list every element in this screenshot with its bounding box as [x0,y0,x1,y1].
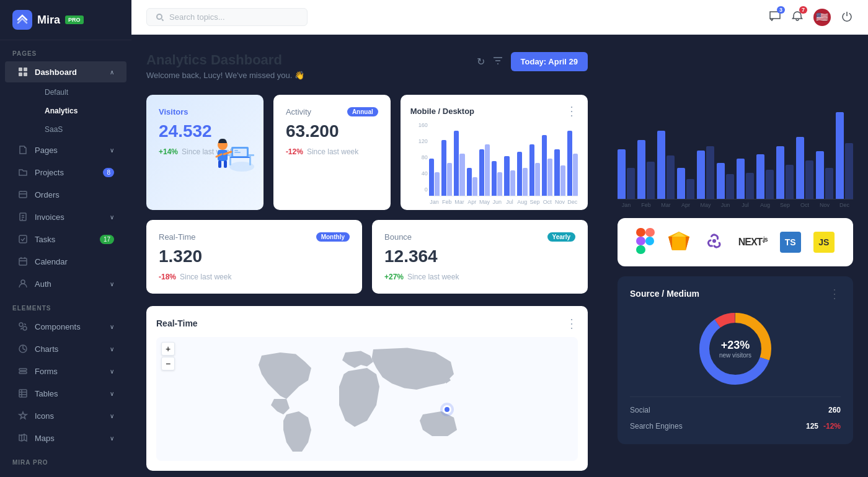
topbar: Search topics... 3 7 🇺🇸 [131,0,868,35]
tables-icon [17,388,29,399]
visitors-illustration [208,129,257,175]
activity-label: Activity [286,107,311,116]
bar [523,168,528,196]
pages-label: Pages [35,146,58,155]
source-item-social: Social 260 [630,402,841,418]
sidebar-item-tables[interactable]: Tables ∨ [5,383,126,404]
visitors-label: Visitors [159,107,251,116]
map-controls: + − [161,342,175,370]
activity-since: Since last week [307,147,358,156]
split-content: Analytics Dashboard Welcome back, Lucy! … [131,35,868,477]
search-bar[interactable]: Search topics... [146,8,308,26]
chart-wrapper: 160 120 80 40 0 [410,122,578,205]
svg-rect-6 [19,235,27,243]
realtime-label: Real-Time [159,232,195,242]
svg-rect-3 [24,72,27,76]
chat-button[interactable]: 3 [769,10,781,25]
source-search-label: Search Engines [630,422,683,431]
sidebar-item-default[interactable]: Default [32,83,126,102]
chart-more-icon[interactable]: ⋮ [565,105,578,117]
sidebar-item-icons[interactable]: Icons ∨ [5,405,126,426]
mobile-desktop-card: Mobile / Desktop ⋮ 160 120 80 40 0 [401,95,588,210]
sidebar-item-components[interactable]: Components ∨ [5,316,126,337]
invoices-chevron: ∨ [110,214,114,221]
filter-icon[interactable] [492,55,503,69]
auth-icon [17,278,29,289]
invoices-icon [17,211,29,222]
sidebar-item-analytics[interactable]: Analytics [32,102,126,120]
sidebar-item-charts[interactable]: Charts ∨ [5,338,126,359]
bar [554,149,559,196]
realtime-change: -18% [159,273,176,281]
tasks-icon [17,234,29,245]
svg-point-40 [712,239,716,243]
world-map-svg [156,337,578,461]
source-search-value: 125 [806,422,818,431]
tables-chevron: ∨ [110,390,114,397]
sidebar-item-calendar[interactable]: Calendar [5,251,126,272]
source-medium-card: Source / Medium ⋮ [618,276,853,444]
power-button[interactable] [841,10,853,25]
calendar-icon [17,256,29,267]
x-axis: Jan Feb Mar Apr May Jun Jul Aug Sep Oct [429,199,578,205]
bounce-change: +27% [384,273,404,281]
section-label-pages: PAGES [0,40,131,61]
realtime-card: Real-Time Monthly 1.320 -18% Since last … [146,220,362,294]
source-more-icon[interactable]: ⋮ [828,286,841,301]
right-panel: Jan Feb Mar Apr May Jun Jul Aug Sep Oct … [603,35,868,477]
bar [573,154,578,196]
sidebar-item-auth[interactable]: Auth ∨ [5,273,126,294]
pro-badge: PRO [65,15,84,24]
bell-button[interactable]: 7 [791,10,804,25]
map-container: + − [156,337,578,461]
search-placeholder: Search topics... [169,12,225,22]
tech-logos-card: NEXT.js TS JS [618,218,853,266]
tasks-badge: 17 [100,235,114,244]
source-search-right: 125 -12% [806,422,841,431]
map-title: Real-Time [156,318,198,328]
orders-label: Orders [35,190,60,199]
section-label-elements: ELEMENTS [0,295,131,315]
activity-header: Activity Annual [286,107,378,116]
map-more-icon[interactable]: ⋮ [565,316,578,331]
map-zoom-out[interactable]: − [161,357,175,370]
sidebar-item-projects[interactable]: Projects 8 [5,162,126,183]
pages-icon [17,144,29,155]
page-header: Analytics Dashboard Welcome back, Lucy! … [146,52,588,80]
map-zoom-in[interactable]: + [161,342,175,356]
bounce-value: 12.364 [384,247,575,266]
svg-rect-13 [19,372,27,374]
donut-label: new visitors [719,352,751,359]
refresh-icon[interactable]: ↻ [477,56,485,68]
sidebar-item-tasks[interactable]: Tasks 17 [5,229,126,250]
bar [560,165,565,196]
flag-button[interactable]: 🇺🇸 [813,9,831,26]
source-social-label: Social [630,406,650,414]
sidebar-item-saas[interactable]: SaaS [32,120,126,139]
nextjs-logo: NEXT.js [738,236,768,248]
svg-point-33 [645,237,654,245]
auth-chevron: ∨ [110,281,114,287]
sidebar-item-forms[interactable]: Forms ∨ [5,361,126,382]
bar [535,163,540,196]
today-button[interactable]: Today: April 29 [511,52,588,71]
bar [485,144,490,196]
svg-marker-36 [668,237,672,250]
auth-label: Auth [35,279,51,289]
sidebar-item-pages[interactable]: Pages ∨ [5,139,126,160]
maps-label: Maps [35,434,55,443]
javascript-logo: JS [813,232,835,253]
maps-chevron: ∨ [110,435,114,442]
svg-rect-30 [645,228,655,237]
donut-center-text: +23% new visitors [719,339,751,359]
sidebar-item-dashboard[interactable]: Dashboard ∧ [5,61,126,82]
realtime-badge: Monthly [316,232,350,242]
calendar-label: Calendar [35,257,68,266]
sidebar: Mira PRO PAGES Dashboard ∧ Default Analy… [0,0,131,477]
sidebar-item-maps[interactable]: Maps ∨ [5,427,126,449]
saas-label: SaaS [45,125,63,134]
activity-badge: Annual [347,107,378,116]
sidebar-item-orders[interactable]: Orders [5,184,126,205]
bounce-badge: Yearly [547,232,575,242]
sidebar-item-invoices[interactable]: Invoices ∨ [5,206,126,227]
